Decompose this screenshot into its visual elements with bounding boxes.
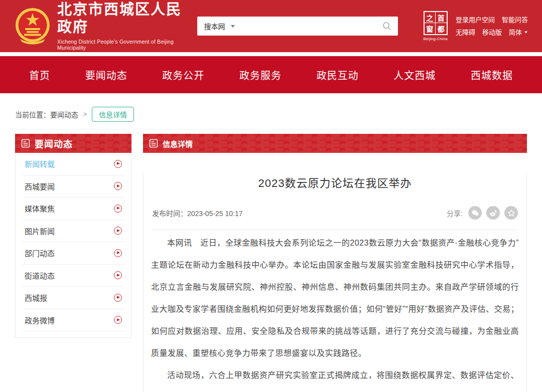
article-title: 2023数云原力论坛在我区举办 [151, 174, 519, 190]
sidebar: 要闻动态 新闻转载 西城要闻 媒体聚焦 图片新闻 部门动态 [15, 134, 131, 338]
sidebar-item-label: 媒体聚焦 [25, 203, 55, 214]
nav-item-culture-xicheng[interactable]: 人文西城 [393, 68, 436, 82]
sidebar-title: 要闻动态 [35, 137, 73, 150]
site-logo[interactable]: 北京市西城区人民政府 Xicheng District People's Gov… [14, 1, 191, 51]
nav-item-xicheng-data[interactable]: 西城数据 [471, 68, 513, 82]
stamp-char: 首 [436, 12, 447, 23]
article-panel-header: 信息详情 [143, 134, 527, 153]
publish-time-label: 发布时间： [152, 210, 187, 218]
share-weibo-button[interactable] [486, 206, 500, 220]
arrow-circle-icon [114, 182, 122, 190]
sidebar-item-label: 图片新闻 [25, 226, 55, 236]
sidebar-item-media-focus[interactable]: 媒体聚焦 [22, 198, 124, 220]
sidebar-item-department-news[interactable]: 部门动态 [22, 242, 124, 265]
sidebar-item-label: 部门动态 [25, 248, 55, 258]
sidebar-item-xicheng-daily[interactable]: 西城报 [22, 287, 124, 309]
sidebar-item-label: 街道动态 [25, 270, 55, 281]
article-body: 本网讯 近日，全球金融科技大会系列论坛之一的2023数云原力大会“数据资产·金融… [151, 232, 519, 392]
nav-item-gov-services[interactable]: 政务服务 [239, 68, 282, 82]
news-list-icon [21, 139, 30, 148]
sidebar-item-gov-weibo[interactable]: 政务微博 [22, 309, 124, 332]
search-scope-label: 搜本网 [204, 21, 225, 31]
main-navigation: 首页 要闻动态 政务公开 政务服务 政民互动 人文西城 西城数据 [0, 56, 542, 93]
article-paragraph: 本网讯 近日，全球金融科技大会系列论坛之一的2023数云原力大会“数据资产·金融… [151, 232, 519, 364]
search-box: 搜本网 [197, 17, 398, 36]
share-group: 分享: [447, 206, 518, 220]
sidebar-item-label: 新闻转载 [25, 158, 55, 169]
share-label: 分享: [447, 208, 463, 218]
chevron-down-icon [231, 25, 235, 28]
smart-qa-link[interactable]: 智能问答 [502, 14, 528, 26]
arrow-circle-icon [114, 227, 122, 235]
arrow-circle-icon [114, 294, 122, 302]
share-favorite-button[interactable] [504, 206, 518, 220]
capital-window-logo[interactable]: 之 首 窗 都 Beijing-China [423, 11, 448, 41]
share-wechat-button[interactable] [468, 206, 482, 220]
login-user-space-link[interactable]: 登录用户空间 [456, 14, 495, 26]
arrow-circle-icon [114, 271, 122, 279]
site-header: 北京市西城区人民政府 Xicheng District People's Gov… [0, 0, 542, 52]
breadcrumb-separator: > [83, 111, 87, 118]
nav-item-public-interaction[interactable]: 政民互动 [317, 68, 359, 82]
stamp-char: 都 [436, 23, 447, 34]
nav-item-home[interactable]: 首页 [29, 68, 50, 82]
article-body-panel: 2023数云原力论坛在我区举办 发布时间：2023-05-25 10:17 分享… [143, 174, 527, 392]
sidebar-item-xicheng-news[interactable]: 西城要闻 [22, 175, 124, 198]
sidebar-list: 新闻转载 西城要闻 媒体聚焦 图片新闻 部门动态 街道动态 [15, 153, 131, 338]
arrow-circle-icon [114, 160, 122, 168]
sidebar-item-news-reprint[interactable]: 新闻转载 [22, 153, 124, 175]
breadcrumb-prefix: 当前位置： [15, 109, 50, 119]
nav-item-gov-affairs-open[interactable]: 政务公开 [162, 68, 204, 82]
arrow-circle-icon [114, 249, 122, 257]
publish-time: 发布时间：2023-05-25 10:17 [152, 208, 243, 218]
article-panel: 信息详情 2023数云原力论坛在我区举办 发布时间：2023-05-25 10:… [143, 134, 527, 392]
wechat-icon [471, 209, 479, 217]
capital-window-stamp: 之 首 窗 都 [424, 11, 448, 35]
publish-time-value: 2023-05-25 10:17 [187, 210, 243, 218]
breadcrumb: 当前位置： 要闻动态 > 信息详情 [15, 107, 527, 122]
breadcrumb-parent-link[interactable]: 要闻动态 [50, 109, 78, 119]
accessibility-link[interactable]: 无障碍 [456, 26, 475, 39]
content-area: 要闻动态 新闻转载 西城要闻 媒体聚焦 图片新闻 部门动态 [0, 134, 542, 392]
arrow-circle-icon [114, 205, 122, 213]
arrow-circle-icon [114, 316, 122, 324]
search-icon[interactable] [382, 22, 391, 31]
info-detail-icon [149, 139, 158, 148]
article-meta-row: 发布时间：2023-05-25 10:17 分享: [151, 206, 519, 220]
sidebar-item-label: 西城报 [25, 292, 47, 303]
site-subtitle: Xicheng District People's Government of … [57, 39, 191, 51]
header-nav-divider [0, 52, 542, 56]
breadcrumb-current-tag[interactable]: 信息详情 [92, 107, 134, 122]
stamp-char: 窗 [425, 23, 436, 34]
meta-divider [152, 230, 518, 230]
sidebar-item-label: 西城要闻 [25, 181, 55, 191]
sidebar-item-photo-news[interactable]: 图片新闻 [22, 220, 124, 243]
header-links: 登录用户空间 智能问答 无障碍 移动版 简体 [456, 14, 528, 39]
article-panel-title: 信息详情 [163, 138, 193, 149]
weibo-icon [489, 209, 497, 217]
search-scope-dropdown[interactable]: 搜本网 [204, 21, 235, 31]
simplified-chinese-link[interactable]: 简体 [509, 26, 522, 39]
search-input[interactable] [240, 22, 377, 30]
sidebar-item-label: 政务微博 [25, 315, 55, 325]
chevron-down-icon [524, 32, 527, 34]
stamp-caption: Beijing-China [423, 37, 448, 41]
sidebar-header: 要闻动态 [15, 134, 131, 153]
national-emblem-icon [14, 6, 51, 46]
mobile-version-link[interactable]: 移动版 [482, 26, 502, 39]
nav-item-news[interactable]: 要闻动态 [85, 68, 127, 82]
star-icon [507, 209, 515, 217]
stamp-char: 之 [425, 12, 436, 23]
site-title: 北京市西城区人民政府 [57, 1, 191, 36]
sidebar-item-street-news[interactable]: 街道动态 [22, 265, 124, 287]
article-paragraph: 活动现场，六合上甲数据资产研究实验室正式揭牌成立，将围绕数据权属界定、数据评估定… [151, 364, 519, 392]
